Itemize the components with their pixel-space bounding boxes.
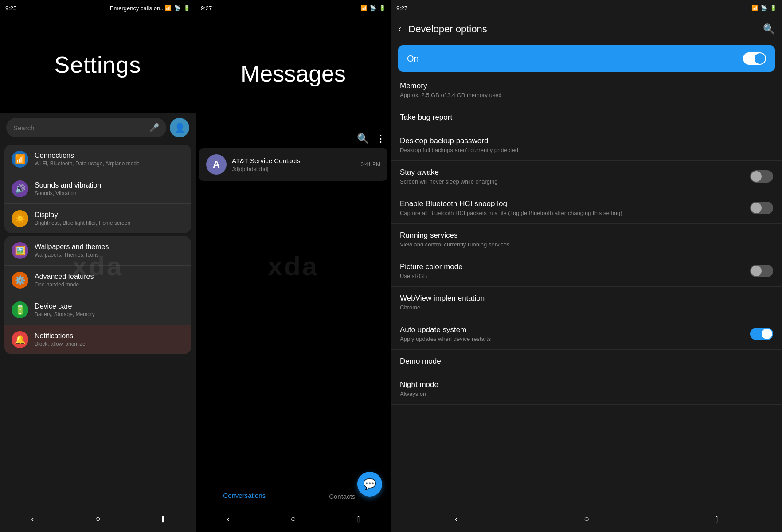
message-item-att[interactable]: A AT&T Service Contacts Jdjdjdhdsidhdj 6… xyxy=(199,148,387,181)
dev-stay-awake-subtitle: Screen will never sleep while charging xyxy=(400,178,750,185)
recents-button-messages[interactable]: ⫿ xyxy=(350,510,368,528)
dev-item-bluetooth-hci[interactable]: Enable Bluetooth HCI snoop log Capture a… xyxy=(391,192,782,224)
stay-awake-knob xyxy=(751,171,762,182)
emergency-text: Emergency calls on... xyxy=(110,5,165,12)
back-button-dev[interactable]: ‹ xyxy=(447,510,465,528)
dev-bug-title: Take bug report xyxy=(400,113,773,122)
settings-item-connections[interactable]: 📶 Connections Wi-Fi, Bluetooth, Data usa… xyxy=(4,145,191,174)
battery-icon-dev: 🔋 xyxy=(770,5,777,11)
settings-item-notifications[interactable]: 🔔 Notifications Block, allow, prioritize xyxy=(4,325,191,354)
bluetooth-hci-toggle[interactable] xyxy=(750,202,773,214)
more-icon-messages[interactable]: ⋮ xyxy=(376,133,386,145)
dev-title: Developer options xyxy=(408,23,756,35)
dev-backup-subtitle: Desktop full backups aren't currently pr… xyxy=(400,147,773,153)
settings-group-2: 🖼️ Wallpapers and themes Wallpapers, The… xyxy=(4,236,191,354)
dev-item-stay-awake[interactable]: Stay awake Screen will never sleep while… xyxy=(391,161,782,192)
device-care-text: Device care Battery, Storage, Memory xyxy=(35,302,184,317)
dev-item-bug-report[interactable]: Take bug report xyxy=(391,106,782,129)
picture-color-knob xyxy=(751,266,762,276)
notifications-title: Notifications xyxy=(35,332,184,340)
display-icon: ☀️ xyxy=(12,210,28,227)
developer-options-panel: 9:27 📶 📡 🔋 ‹ Developer options 🔍 On Memo… xyxy=(391,0,782,532)
dev-on-banner[interactable]: On xyxy=(398,45,775,72)
advanced-text: Advanced features One-handed mode xyxy=(35,273,184,288)
stay-awake-toggle[interactable] xyxy=(750,170,773,183)
device-care-icon: 🔋 xyxy=(12,301,28,318)
dev-demo-mode-title: Demo mode xyxy=(400,357,773,366)
dev-night-mode-subtitle: Always on xyxy=(400,391,773,397)
status-bar-settings: 9:25 Emergency calls on... 📶 📡 🔋 xyxy=(0,0,196,16)
dev-status-icons: 📶 📡 🔋 xyxy=(751,5,777,11)
auto-update-toggle[interactable] xyxy=(750,328,773,340)
auto-update-knob xyxy=(762,329,772,339)
nav-bar-settings: ‹ ○ ⫿ xyxy=(0,505,196,532)
wallpapers-icon: 🖼️ xyxy=(12,242,28,259)
status-time-messages: 9:27 xyxy=(201,5,360,12)
dev-demo-mode-text: Demo mode xyxy=(400,357,773,366)
wifi-icon: 📡 xyxy=(174,5,181,11)
signal-icon: 📶 xyxy=(165,5,172,11)
settings-item-sounds[interactable]: 🔊 Sounds and vibration Sounds, Vibration xyxy=(4,174,191,204)
avatar-button[interactable]: 👤 xyxy=(170,118,189,137)
dev-header: ‹ Developer options 🔍 xyxy=(391,16,782,43)
dev-item-picture-color[interactable]: Picture color mode Use sRGB xyxy=(391,255,782,287)
advanced-title: Advanced features xyxy=(35,273,184,281)
dev-back-button[interactable]: ‹ xyxy=(398,23,401,35)
status-icons-settings: 📶 📡 🔋 xyxy=(165,5,190,11)
settings-item-advanced[interactable]: ⚙️ Advanced features One-handed mode xyxy=(4,266,191,295)
dev-bug-text: Take bug report xyxy=(400,113,773,122)
dev-search-icon[interactable]: 🔍 xyxy=(763,23,775,35)
dev-item-demo-mode[interactable]: Demo mode xyxy=(391,350,782,373)
dev-item-memory[interactable]: Memory Approx. 2.5 GB of 3.4 GB memory u… xyxy=(391,74,782,106)
dev-bluetooth-hci-title: Enable Bluetooth HCI snoop log xyxy=(400,200,750,208)
dev-item-backup-password[interactable]: Desktop backup password Desktop full bac… xyxy=(391,129,782,161)
dev-item-auto-update[interactable]: Auto update system Apply updates when de… xyxy=(391,318,782,350)
picture-color-toggle[interactable] xyxy=(750,265,773,277)
dev-status-time: 9:27 xyxy=(396,5,751,12)
settings-item-device-care[interactable]: 🔋 Device care Battery, Storage, Memory xyxy=(4,295,191,325)
dev-mode-toggle[interactable] xyxy=(743,52,766,65)
recents-button-settings[interactable]: ⫿ xyxy=(154,510,172,528)
home-button-messages[interactable]: ○ xyxy=(285,510,302,528)
nav-bar-messages: ‹ ○ ⫿ xyxy=(196,505,391,532)
search-input[interactable] xyxy=(13,124,145,132)
settings-item-display[interactable]: ☀️ Display Brightness, Blue light filter… xyxy=(4,204,191,233)
dev-item-webview[interactable]: WebView implementation Chrome xyxy=(391,287,782,318)
search-icon-messages[interactable]: 🔍 xyxy=(357,133,369,145)
mic-icon[interactable]: 🎤 xyxy=(149,123,159,133)
dev-nav-bar: ‹ ○ ⫿ xyxy=(391,505,782,532)
messages-toolbar: 🔍 ⋮ xyxy=(196,131,391,146)
home-button-dev[interactable]: ○ xyxy=(578,510,595,528)
home-button-settings[interactable]: ○ xyxy=(89,510,107,528)
settings-list: 📶 Connections Wi-Fi, Bluetooth, Data usa… xyxy=(0,142,196,505)
messages-title-area: Messages xyxy=(196,16,391,131)
compose-fab[interactable]: 💬 xyxy=(357,472,382,497)
sounds-title: Sounds and vibration xyxy=(35,181,184,189)
search-bar[interactable]: 🎤 xyxy=(6,118,166,137)
dev-night-mode-text: Night mode Always on xyxy=(400,380,773,397)
settings-panel: 9:25 Emergency calls on... 📶 📡 🔋 Setting… xyxy=(0,0,196,532)
dev-status-bar: 9:27 📶 📡 🔋 xyxy=(391,0,782,16)
dev-running-services-subtitle: View and control currently running servi… xyxy=(400,241,773,248)
dev-picture-color-text: Picture color mode Use sRGB xyxy=(400,262,750,279)
dev-on-label: On xyxy=(407,54,743,64)
display-title: Display xyxy=(35,211,184,219)
back-button-settings[interactable]: ‹ xyxy=(24,510,42,528)
tab-conversations[interactable]: Conversations xyxy=(196,492,293,505)
wallpapers-text: Wallpapers and themes Wallpapers, Themes… xyxy=(35,243,184,258)
bluetooth-hci-knob xyxy=(751,203,762,213)
back-button-messages[interactable]: ‹ xyxy=(219,510,237,528)
sounds-icon: 🔊 xyxy=(12,180,28,197)
dev-item-running-services[interactable]: Running services View and control curren… xyxy=(391,224,782,255)
message-preview: Jdjdjdhdsidhdj xyxy=(232,166,360,172)
dev-webview-subtitle: Chrome xyxy=(400,304,773,311)
dev-running-services-title: Running services xyxy=(400,231,773,240)
dev-item-night-mode[interactable]: Night mode Always on xyxy=(391,373,782,405)
dev-memory-text: Memory Approx. 2.5 GB of 3.4 GB memory u… xyxy=(400,82,773,98)
status-time-emergency: 9:25 xyxy=(5,5,110,12)
messages-title: Messages xyxy=(241,60,346,87)
settings-item-wallpapers[interactable]: 🖼️ Wallpapers and themes Wallpapers, The… xyxy=(4,236,191,266)
recents-button-dev[interactable]: ⫿ xyxy=(708,510,726,528)
device-care-title: Device care xyxy=(35,302,184,310)
toggle-knob-on xyxy=(755,53,765,64)
